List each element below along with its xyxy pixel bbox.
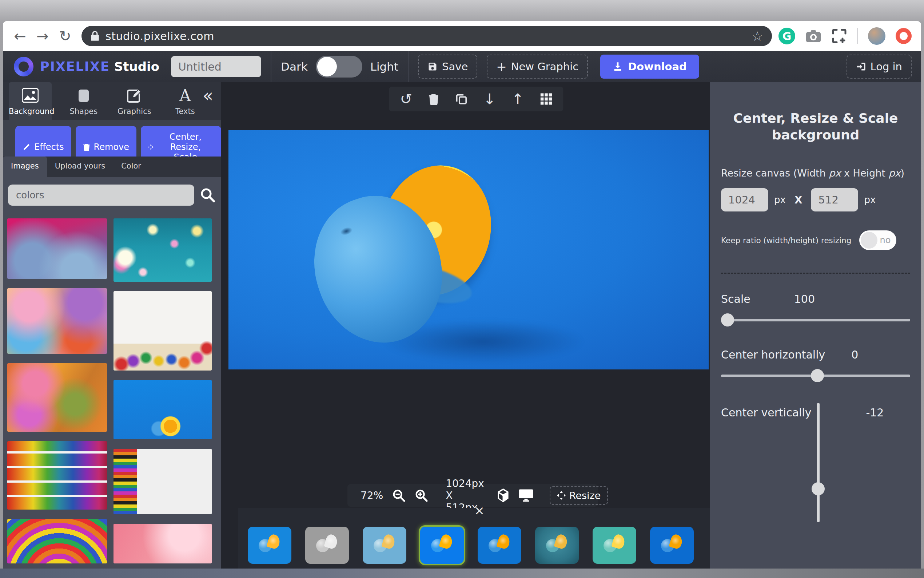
filter-tile[interactable]: [363, 527, 406, 564]
grammarly-extension-icon[interactable]: G: [778, 28, 795, 44]
canvas-height-input[interactable]: [811, 188, 858, 211]
save-button[interactable]: Save: [418, 55, 477, 79]
image-search-input[interactable]: [8, 185, 194, 206]
filter-tile[interactable]: [248, 527, 291, 564]
dark-mode-label: Dark: [281, 60, 308, 73]
toolbar-divider: [271, 51, 271, 82]
filter-normal[interactable]: Normal: [248, 527, 291, 568]
panel-title: Center, Resize & Scale background: [721, 110, 910, 143]
filter-lofi[interactable]: Lofi: [420, 527, 464, 568]
move-down-icon[interactable]: ↓: [484, 92, 496, 106]
design-canvas[interactable]: [228, 130, 709, 369]
tab-upload-yours[interactable]: Upload yours: [47, 156, 113, 177]
bookmark-star-icon[interactable]: ☆: [752, 29, 763, 44]
center-horizontal-slider-knob[interactable]: [811, 369, 824, 382]
thumbnail-autumn-leaves[interactable]: [7, 363, 107, 432]
filter-tile[interactable]: [477, 527, 521, 564]
keep-ratio-toggle[interactable]: no: [859, 231, 896, 250]
profile-avatar[interactable]: [868, 27, 885, 45]
collapse-sidebar-icon[interactable]: «: [202, 82, 221, 106]
scale-label: Scale: [721, 293, 751, 305]
scale-slider-track[interactable]: [721, 319, 910, 321]
thumbnail-blue-orange-slice[interactable]: [113, 380, 212, 439]
shapes-icon: [66, 86, 101, 105]
tab-texts[interactable]: A Texts: [168, 82, 202, 116]
filter-tile[interactable]: [592, 527, 636, 564]
filter-tile[interactable]: [650, 527, 694, 564]
tab-graphics[interactable]: Graphics: [117, 82, 152, 116]
theme-toggle[interactable]: [316, 56, 362, 78]
thumbnail-pencil-tips-white[interactable]: [113, 291, 212, 370]
thumbnail-teal-confetti[interactable]: [113, 218, 212, 282]
thumbnail-pink-ink-smoke[interactable]: [7, 218, 107, 279]
center-vertical-slider-knob[interactable]: [812, 482, 825, 495]
filter-tile[interactable]: [305, 527, 349, 564]
filter-moon[interactable]: Moon: [305, 527, 349, 568]
login-button[interactable]: Log in: [846, 55, 912, 79]
thumbnail-rainbow-spiral[interactable]: [7, 519, 107, 563]
left-sidebar: Background Shapes Graphics A Texts « Eff: [3, 82, 221, 568]
graphic-title-input[interactable]: [171, 56, 261, 77]
scale-row: Scale 100: [721, 293, 910, 305]
browser-forward-icon[interactable]: →: [31, 28, 54, 44]
canvas-width-input[interactable]: [721, 188, 768, 211]
move-up-icon[interactable]: ↑: [511, 92, 524, 106]
scale-value: 100: [794, 293, 815, 305]
toolbar-divider: [408, 51, 409, 82]
grid-icon[interactable]: [540, 93, 552, 105]
filter-tile[interactable]: [420, 527, 464, 564]
resize-button[interactable]: Resize: [550, 486, 608, 505]
filter-charmes[interactable]: Charmes: [650, 527, 694, 568]
undo-icon[interactable]: ↺: [400, 92, 412, 106]
close-filters-icon[interactable]: ×: [474, 503, 485, 518]
monitor-icon[interactable]: [518, 489, 534, 502]
center-vertical-slider[interactable]: [721, 424, 910, 522]
thumbnail-colorful-balloons[interactable]: [7, 288, 107, 354]
filter-earlybird[interactable]: Earlybird: [535, 527, 579, 568]
filter-reyes[interactable]: Reyes: [363, 527, 406, 568]
scale-slider[interactable]: [721, 313, 910, 327]
pixelixe-logo-icon[interactable]: [14, 57, 34, 76]
theme-toggle-knob[interactable]: [317, 57, 337, 76]
duplicate-icon[interactable]: [455, 93, 468, 105]
zoom-out-icon[interactable]: [392, 489, 406, 502]
keep-ratio-toggle-knob[interactable]: [861, 232, 877, 248]
browser-reload-icon[interactable]: ↻: [54, 28, 76, 44]
resize-arrows-icon: [148, 143, 154, 151]
browser-extra-extension-icon[interactable]: [896, 28, 912, 44]
screenshot-extension-icon[interactable]: [832, 28, 847, 44]
cube-3d-icon[interactable]: [497, 489, 510, 502]
right-settings-panel: Center, Resize & Scale background Resize…: [710, 82, 921, 568]
center-horizontal-slider[interactable]: [721, 369, 910, 383]
browser-chrome: ← → ↻ studio.pixelixe.com ☆ G: [3, 21, 921, 51]
download-button[interactable]: Download: [600, 55, 699, 79]
filter-tile[interactable]: [535, 527, 579, 564]
browser-back-icon[interactable]: ←: [9, 28, 31, 44]
keep-ratio-value: no: [880, 235, 890, 245]
thumbnail-pencils-left-edge[interactable]: [113, 449, 212, 514]
filter-walden[interactable]: Walden: [592, 527, 636, 568]
scale-slider-knob[interactable]: [721, 313, 734, 326]
filter-hefe[interactable]: Hefe: [477, 527, 521, 568]
zoom-in-icon[interactable]: [414, 489, 428, 502]
search-button[interactable]: [199, 187, 216, 203]
tab-color[interactable]: Color: [113, 156, 149, 177]
new-graphic-button[interactable]: + New Graphic: [487, 55, 588, 79]
graphics-edit-icon: [117, 86, 152, 105]
center-horizontal-row: Center horizontally 0: [721, 348, 910, 361]
tab-shapes[interactable]: Shapes: [66, 82, 101, 116]
image-search-row: [3, 177, 221, 213]
extension-row: G: [778, 27, 921, 45]
tab-background[interactable]: Background: [9, 82, 52, 120]
image-results-grid: [3, 213, 221, 568]
effects-pen-icon: [23, 143, 31, 151]
brand-suffix: Studio: [114, 59, 159, 74]
thumbnail-pink-watercolor[interactable]: [113, 524, 212, 563]
address-bar[interactable]: studio.pixelixe.com ☆: [81, 26, 772, 46]
thumbnail-rainbow-swatch-stripes[interactable]: [7, 441, 107, 510]
center-vertically-value: -12: [866, 406, 884, 419]
center-vertical-slider-track[interactable]: [817, 403, 820, 522]
tab-images[interactable]: Images: [3, 156, 47, 177]
delete-icon[interactable]: [428, 93, 439, 105]
camera-extension-icon[interactable]: [806, 29, 821, 43]
